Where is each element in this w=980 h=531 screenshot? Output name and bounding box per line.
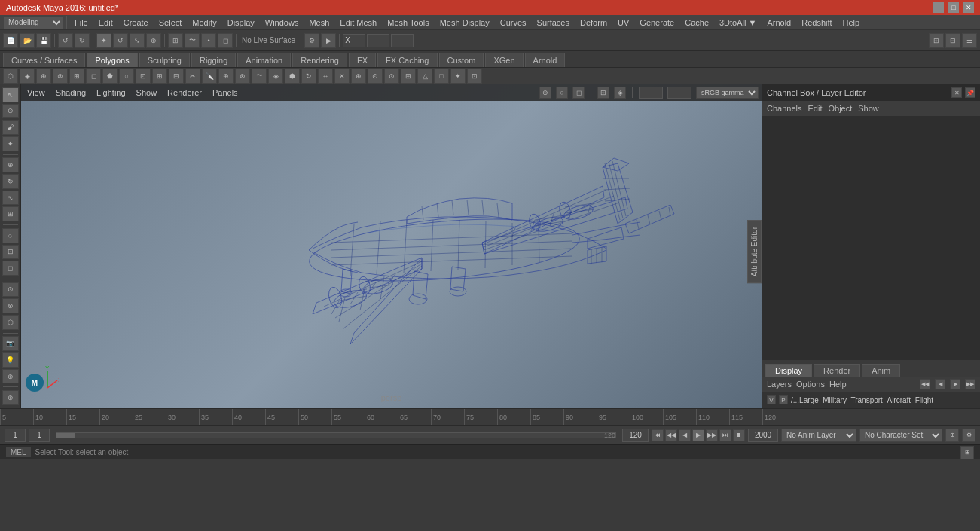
script-editor-btn[interactable]: ⊞ (960, 446, 974, 459)
tb-right2[interactable]: ⊟ (945, 33, 960, 48)
lt-rotate2[interactable]: ↻ (2, 174, 19, 189)
tab-animation[interactable]: Animation (237, 53, 291, 67)
frame-current-input[interactable] (29, 429, 50, 442)
tb-snap-point[interactable]: • (201, 33, 216, 48)
pb-step-fwd[interactable]: ▶▶ (706, 429, 718, 441)
anim-layer-select[interactable]: No Anim Layer (781, 429, 856, 442)
close-button[interactable]: ✕ (963, 2, 974, 13)
poly-append[interactable]: ⊞ (152, 69, 167, 84)
menu-cache[interactable]: Cache (680, 17, 713, 29)
poly-bridge[interactable]: ◻ (86, 69, 101, 84)
lt-material[interactable]: ⊕ (2, 369, 19, 384)
tb-scale[interactable]: ⤡ (130, 33, 145, 48)
tb-right1[interactable]: ⊞ (929, 33, 944, 48)
poly-quad[interactable]: ⊞ (401, 69, 416, 84)
poly-weld[interactable]: ⊙ (368, 69, 383, 84)
lt-move2[interactable]: ✦ (2, 136, 19, 151)
tb-right3[interactable]: ☰ (962, 33, 977, 48)
poly-subdivide[interactable]: ⬟ (102, 69, 118, 84)
layer-nav-start[interactable]: ◀◀ (920, 379, 930, 389)
menu-display[interactable]: Display (223, 17, 259, 29)
poly-multicut[interactable]: ⊗ (235, 69, 250, 84)
lt-camera[interactable]: 📷 (2, 336, 19, 351)
disp-tab-display[interactable]: Display (765, 364, 812, 377)
fps-end-input[interactable] (748, 429, 778, 442)
lt-lasso[interactable]: ⊙ (2, 104, 19, 119)
layer-nav-next[interactable]: ▶ (950, 379, 960, 389)
tb-new[interactable]: 📄 (3, 33, 18, 48)
lt-scale2[interactable]: ⤡ (2, 191, 19, 206)
tb-undo[interactable]: ↺ (58, 33, 73, 48)
poly-crease[interactable]: ⊡ (467, 69, 482, 84)
vp-lighting[interactable]: Lighting (93, 88, 129, 97)
vp-view[interactable]: View (24, 88, 48, 97)
tb-rotate[interactable]: ↺ (113, 33, 128, 48)
panel-pin[interactable]: 📌 (965, 87, 975, 98)
poly-separate[interactable]: ⊗ (53, 69, 68, 84)
menu-mesh-tools[interactable]: Mesh Tools (383, 17, 433, 29)
viewport[interactable]: View Shading Lighting Show Renderer Pane… (21, 84, 762, 408)
disp-tab-render[interactable]: Render (814, 364, 860, 377)
poly-target[interactable]: ⊕ (218, 69, 234, 84)
tab-rigging[interactable]: Rigging (191, 53, 236, 67)
menu-uv[interactable]: UV (613, 17, 633, 29)
lt-snap[interactable]: ⊙ (2, 282, 19, 298)
menu-file[interactable]: File (70, 17, 93, 29)
anim-end-input[interactable] (622, 429, 649, 442)
poly-edge-flow[interactable]: 〜 (252, 69, 267, 84)
layer-nav-prev[interactable]: ◀ (935, 379, 945, 389)
poly-cut[interactable]: ✂ (185, 69, 200, 84)
menu-select[interactable]: Select (154, 17, 187, 29)
tab-sculpting[interactable]: Sculpting (139, 53, 190, 67)
poly-combine[interactable]: ⊕ (36, 69, 51, 84)
lt-soft[interactable]: ○ (2, 228, 19, 243)
disp-tab-anim[interactable]: Anim (862, 364, 900, 377)
lt-move[interactable]: ⊕ (2, 157, 19, 172)
tb-x-input[interactable] (343, 34, 365, 47)
anim-extra2[interactable]: ⚙ (962, 429, 975, 442)
frame-start-input[interactable] (5, 429, 26, 442)
menu-curves[interactable]: Curves (496, 17, 531, 29)
poly-smooth[interactable]: ○ (119, 69, 134, 84)
menu-mesh[interactable]: Mesh (304, 17, 334, 29)
lt-universal2[interactable]: ⊞ (2, 206, 19, 221)
tb-universal[interactable]: ⊕ (146, 33, 161, 48)
tb-snap-surface[interactable]: ◻ (218, 33, 233, 48)
layers-options[interactable]: Options (796, 380, 825, 389)
pb-step-back[interactable]: ◀◀ (665, 429, 677, 441)
layer-v-checkbox[interactable]: V (767, 395, 776, 404)
tb-snap-grid[interactable]: ⊞ (168, 33, 183, 48)
char-set-select[interactable]: No Character Set (859, 429, 942, 442)
poly-bool[interactable]: ⊞ (69, 69, 84, 84)
tb-save[interactable]: 💾 (36, 33, 51, 48)
tb-snap-curve[interactable]: 〜 (185, 33, 200, 48)
tb-open[interactable]: 📂 (20, 33, 35, 48)
menu-arnold[interactable]: Arnold (762, 17, 795, 29)
minimize-button[interactable]: — (933, 2, 944, 13)
tb-z-input[interactable] (391, 34, 414, 47)
poly-merge[interactable]: ⊕ (351, 69, 366, 84)
layers-help[interactable]: Help (829, 380, 847, 389)
poly-wedge[interactable]: ⬢ (285, 69, 300, 84)
poly-fill[interactable]: ⊟ (169, 69, 184, 84)
menu-help[interactable]: Help (838, 17, 865, 29)
menu-edit[interactable]: Edit (94, 17, 118, 29)
attr-editor-side-tab[interactable]: Attribute Editor (747, 220, 762, 283)
menu-surfaces[interactable]: Surfaces (533, 17, 574, 29)
layer-p-checkbox[interactable]: P (779, 395, 788, 404)
lt-extra[interactable]: ⊕ (2, 390, 19, 405)
menu-deform[interactable]: Deform (575, 17, 612, 29)
pb-play-back[interactable]: ◀ (679, 429, 691, 441)
poly-delete[interactable]: ✕ (334, 69, 350, 84)
menu-redshift[interactable]: Redshift (797, 17, 836, 29)
menu-edit-mesh[interactable]: Edit Mesh (335, 17, 381, 29)
poly-triangulate[interactable]: △ (417, 69, 432, 84)
poly-sculpt[interactable]: ✦ (450, 69, 466, 84)
menu-3dtall[interactable]: 3DtoAll ▼ (715, 17, 761, 29)
tb-render[interactable]: ▶ (321, 33, 336, 48)
poly-bevel[interactable]: ◈ (20, 69, 35, 84)
ch-show[interactable]: Show (858, 104, 879, 113)
poly-collapse[interactable]: ⊙ (384, 69, 399, 84)
tab-fx-caching[interactable]: FX Caching (377, 53, 437, 67)
tab-rendering[interactable]: Rendering (292, 53, 347, 67)
